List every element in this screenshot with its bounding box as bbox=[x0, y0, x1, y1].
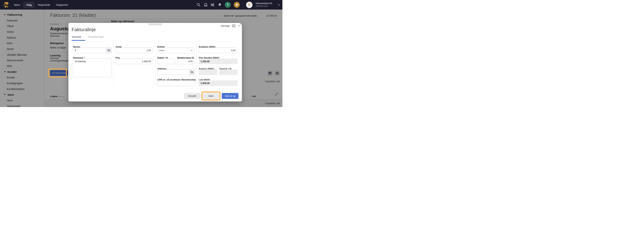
tab-periodiseringer[interactable]: Periodiseringer bbox=[88, 36, 104, 38]
nav-item-rapporter[interactable]: Rapporter bbox=[53, 2, 71, 8]
app-screen: Hjem Salg Regnskab Rapporter bbox=[0, 0, 282, 107]
pris-input[interactable] bbox=[116, 59, 153, 64]
form-column-divider bbox=[196, 44, 197, 86]
varenavn-textarea[interactable]: AI-træning bbox=[73, 59, 112, 77]
rabat-input[interactable] bbox=[157, 59, 175, 64]
navbar-right: ? V Virksomhed A/S 1605339 NB1 bbox=[197, 0, 280, 10]
varenr-input[interactable] bbox=[73, 48, 106, 53]
active-tab-underline bbox=[72, 40, 85, 41]
avance-dkk-readonly bbox=[199, 69, 217, 75]
search-icon[interactable] bbox=[197, 3, 201, 7]
enhed-value: timer bbox=[159, 49, 164, 52]
modal-title: Fakturalinje bbox=[72, 27, 96, 33]
chevron-down-icon bbox=[190, 50, 193, 51]
top-navbar: Hjem Salg Regnskab Rapporter bbox=[0, 0, 282, 10]
main-nav: Hjem Salg Regnskab Rapporter bbox=[11, 0, 71, 10]
kostpris-input[interactable] bbox=[199, 48, 238, 53]
save-and-new-button[interactable]: Gem & ny bbox=[222, 93, 238, 99]
save-button[interactable]: Gem bbox=[203, 93, 219, 99]
nav-item-regnskab[interactable]: Regnskab bbox=[35, 2, 53, 8]
shortcuts-link[interactable]: Genveje bbox=[221, 25, 230, 27]
enhed-select[interactable]: timer bbox=[157, 48, 195, 53]
account-info[interactable]: Virksomhed A/S 1605339 NB1 bbox=[256, 2, 272, 8]
beloebsrabat-input[interactable] bbox=[177, 59, 195, 64]
avatar[interactable]: V bbox=[246, 2, 252, 8]
avance-pct-readonly bbox=[219, 69, 238, 75]
cancel-button[interactable]: Annullér bbox=[184, 93, 200, 99]
invoice-line-modal: Genveje ✕ Fakturalinje Generelt Periodis… bbox=[68, 23, 242, 101]
close-icon[interactable]: ✕ bbox=[238, 24, 240, 27]
cpr-input[interactable] bbox=[157, 80, 195, 86]
notifications-bell-icon[interactable] bbox=[218, 3, 222, 7]
keyboard-icon[interactable] bbox=[232, 25, 236, 27]
gear-icon bbox=[235, 3, 238, 7]
help-button[interactable]: ? bbox=[225, 2, 231, 8]
lookup-list-icon bbox=[108, 49, 110, 52]
avatar-letter: V bbox=[248, 3, 250, 7]
tab-generelt[interactable]: Generelt bbox=[72, 36, 81, 38]
ialt-readonly: 1.000,00 bbox=[199, 80, 238, 86]
apps-grid-icon[interactable] bbox=[211, 3, 215, 7]
varenr-lookup-button[interactable] bbox=[106, 48, 112, 53]
afdeling-lookup-button[interactable] bbox=[189, 70, 194, 75]
afdeling-input[interactable] bbox=[158, 70, 189, 75]
navbar-divider bbox=[243, 3, 243, 7]
help-question-glyph: ? bbox=[227, 3, 228, 7]
settings-button[interactable] bbox=[234, 2, 240, 8]
nav-item-hjem[interactable]: Hjem bbox=[11, 2, 23, 8]
nav-item-salg[interactable]: Salg bbox=[23, 2, 35, 8]
afdeling-field-group bbox=[157, 69, 195, 75]
agreement-number: 1605339 NB1 bbox=[256, 5, 272, 8]
company-name: Virksomhed A/S bbox=[256, 2, 272, 5]
pris-brutto-readonly: 1.250,00 bbox=[199, 59, 238, 64]
account-chevron-down-icon[interactable] bbox=[278, 3, 280, 7]
varenr-field-group bbox=[73, 48, 112, 53]
drag-handle[interactable] bbox=[148, 23, 162, 25]
inbox-icon[interactable] bbox=[204, 3, 208, 7]
economic-logo-icon[interactable] bbox=[3, 2, 9, 8]
lookup-list-icon bbox=[190, 71, 193, 74]
antal-input[interactable] bbox=[116, 48, 153, 53]
modal-header-actions: Genveje ✕ bbox=[221, 24, 240, 27]
